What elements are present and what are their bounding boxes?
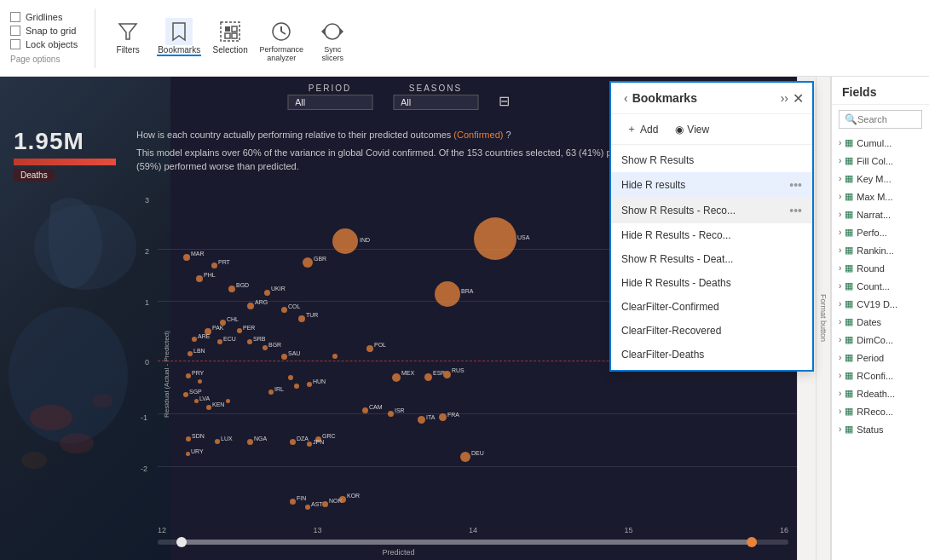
lock-objects-row[interactable]: Lock objects (10, 39, 78, 49)
field-item-11[interactable]: › ▦ DimCo... (832, 331, 929, 349)
snap-to-grid-checkbox[interactable] (10, 26, 20, 36)
dot-KEN (206, 405, 211, 410)
fields-title: Fields (832, 77, 929, 105)
bookmark-item-4[interactable]: Show R Results - Deat... (611, 247, 812, 271)
field-item-12[interactable]: › ▦ Period (832, 349, 929, 367)
label-UKIR: UKIR (271, 286, 286, 292)
field-item-9[interactable]: › ▦ CV19 D... (832, 295, 929, 313)
field-item-16[interactable]: › ▦ Status (832, 420, 929, 438)
bookmark-dots-1[interactable]: ••• (789, 178, 802, 192)
label-SRB: SRB (253, 336, 265, 342)
field-item-5[interactable]: › ▦ Perfo... (832, 223, 929, 241)
svg-marker-10 (321, 28, 325, 35)
bookmarks-button[interactable]: Bookmarks (157, 14, 201, 56)
x-slider-range (176, 540, 757, 545)
y-tick-3: 3 (145, 196, 149, 205)
bookmark-item-7[interactable]: ClearFilter-Recovered (611, 319, 812, 343)
field-item-10[interactable]: › ▦ Dates (832, 313, 929, 331)
field-item-15[interactable]: › ▦ RReco... (832, 402, 929, 420)
filter-funnel-icon[interactable]: ⊟ (499, 93, 510, 109)
field-chevron-11: › (839, 335, 841, 344)
performance-button[interactable]: Performanceanalyzer (259, 14, 303, 62)
sync-slicers-button[interactable]: Syncslicers (310, 14, 355, 62)
grid-line-neg2 (158, 466, 797, 467)
y-tick-neg1: -1 (141, 413, 147, 422)
field-chevron-8: › (839, 281, 841, 291)
dot-ARG (247, 303, 254, 309)
fields-search-input[interactable] (857, 114, 916, 124)
bookmarks-back-button[interactable]: ‹ (620, 89, 632, 107)
search-icon: 🔍 (845, 113, 857, 125)
field-item-0[interactable]: › ▦ Cumul... (832, 134, 929, 152)
fields-panel: Fields 🔍 › ▦ Cumul... › ▦ Fill Col... › … (831, 77, 929, 560)
selection-button[interactable]: Selection (208, 14, 252, 55)
bookmark-dots-2[interactable]: ••• (789, 204, 802, 217)
field-label-1: Fill Col... (857, 156, 893, 166)
field-label-14: Rdeath... (857, 389, 895, 399)
bookmark-label-3: Hide R Results - Reco... (621, 229, 802, 241)
bookmarks-add-button[interactable]: ＋ Add (620, 119, 665, 139)
bookmark-item-2[interactable]: Show R Results - Reco... ••• (611, 198, 812, 223)
field-chevron-0: › (839, 138, 841, 147)
dot-PRY (186, 373, 191, 378)
lock-objects-checkbox[interactable] (10, 39, 20, 49)
field-item-3[interactable]: › ▦ Max M... (832, 188, 929, 205)
gridlines-row[interactable]: Gridlines (10, 12, 78, 22)
label-GRC: GRC (322, 433, 336, 439)
field-item-6[interactable]: › ▦ Rankin... (832, 241, 929, 259)
bookmark-item-6[interactable]: ClearFilter-Confirmed (611, 295, 812, 319)
svg-line-8 (281, 32, 286, 34)
dot-FRA (439, 413, 447, 421)
field-label-2: Key M... (857, 174, 891, 184)
filters-button[interactable]: Filters (106, 14, 150, 55)
dot-NOR (322, 501, 328, 507)
page-options-label: Page options (10, 55, 78, 64)
bookmark-item-5[interactable]: Hide R Results - Deaths (611, 271, 812, 295)
bookmark-label-0: Show R Results (621, 154, 802, 166)
bookmark-item-0[interactable]: Show R Results (611, 148, 812, 172)
label-URY: URY (191, 448, 204, 454)
field-item-1[interactable]: › ▦ Fill Col... (832, 152, 929, 170)
stat-label: Deaths (14, 169, 55, 182)
snap-to-grid-row[interactable]: Snap to grid (10, 26, 78, 36)
gridlines-checkbox[interactable] (10, 12, 20, 22)
format-side-panel[interactable]: Format button (816, 77, 831, 560)
bookmarks-forward-button[interactable]: ›› (776, 89, 793, 107)
field-item-13[interactable]: › ▦ RConfi... (832, 367, 929, 384)
field-table-icon-10: ▦ (845, 316, 853, 327)
bookmark-item-8[interactable]: ClearFilter-Deaths (611, 343, 812, 367)
field-table-icon-16: ▦ (845, 424, 853, 435)
bookmarks-header: ‹ Bookmarks ›› ✕ (611, 83, 812, 114)
dot-HUN (307, 382, 312, 387)
label-SGP: SGP (189, 389, 202, 395)
label-MAR: MAR (191, 251, 205, 257)
bookmark-item-3[interactable]: Hide R Results - Reco... (611, 223, 812, 247)
period-select[interactable]: All (287, 95, 372, 110)
bookmarks-close-button[interactable]: ✕ (793, 90, 804, 107)
x-slider-right-handle[interactable] (747, 537, 757, 547)
field-item-4[interactable]: › ▦ Narrat... (832, 205, 929, 223)
fields-search-box[interactable]: 🔍 (839, 110, 922, 129)
label-USA: USA (517, 234, 529, 240)
bookmarks-icon (165, 18, 193, 45)
dot-FIN (290, 499, 296, 505)
field-table-icon-11: ▦ (845, 334, 853, 345)
label-MEX: MEX (401, 370, 414, 376)
bookmark-label-2: Show R Results - Reco... (621, 205, 789, 216)
field-item-7[interactable]: › ▦ Round (832, 259, 929, 277)
label-BGR: BGR (268, 342, 281, 348)
label-RUS: RUS (452, 367, 464, 373)
seasons-select[interactable]: All (393, 95, 478, 110)
dot-SAU (281, 354, 287, 360)
x-slider-left-handle[interactable] (176, 537, 187, 547)
dot-ESP (424, 373, 432, 381)
field-item-2[interactable]: › ▦ Key M... (832, 170, 929, 188)
bookmark-item-1[interactable]: Hide R results ••• (611, 172, 812, 198)
field-item-8[interactable]: › ▦ Count... (832, 277, 929, 295)
bookmarks-view-button[interactable]: ◉ View (668, 119, 716, 139)
dot-BGD (228, 286, 235, 292)
fields-list: › ▦ Cumul... › ▦ Fill Col... › ▦ Key M..… (832, 134, 929, 560)
field-item-14[interactable]: › ▦ Rdeath... (832, 384, 929, 402)
label-LUX: LUX (221, 436, 233, 442)
y-tick-1: 1 (145, 298, 149, 307)
